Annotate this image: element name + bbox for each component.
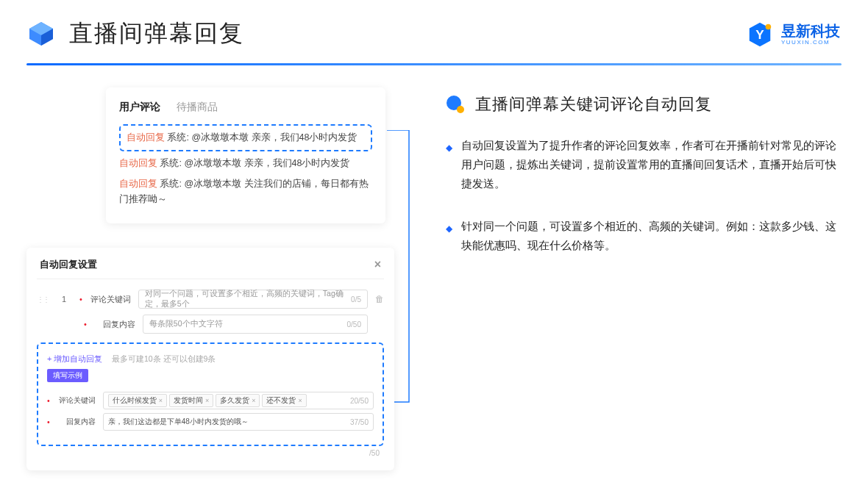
tab-pending-products[interactable]: 待播商品 [177,101,218,114]
ex-keyword-input[interactable]: 什么时候发货×发货时间×多久发货×还不发货× 20/50 [103,392,374,409]
content-count: 0/50 [347,320,361,329]
tag-remove-icon[interactable]: × [298,397,302,404]
example-box: + 增加自动回复 最多可建10条 还可以创建9条 填写示例 • 评论关键词 什么… [37,342,384,446]
tag-item[interactable]: 还不发货× [262,394,306,407]
auto-reply-tag: 自动回复 [127,132,165,143]
add-reply-link[interactable]: + 增加自动回复 [47,354,102,363]
row-index: 1 [56,295,72,304]
keyword-count: 0/5 [351,295,361,304]
svg-point-4 [766,24,772,30]
comment-row-highlighted: 自动回复 系统: @冰墩墩本墩 亲亲，我们48小时内发货 [119,124,372,151]
ex-content-label: 回复内容 [57,417,96,427]
delete-icon[interactable]: 🗑 [375,294,384,304]
page-title: 直播间弹幕回复 [69,18,244,50]
example-badge: 填写示例 [47,369,88,382]
auto-reply-tag: 自动回复 [119,179,157,189]
svg-text:Y: Y [755,28,764,42]
brand-url: YUUXIN.COM [781,40,840,46]
ex-content-count: 37/50 [350,418,369,426]
brand: Y 昱新科技 YUUXIN.COM [746,21,840,49]
comments-card: 用户评论 待播商品 自动回复 系统: @冰墩墩本墩 亲亲，我们48小时内发货 自… [106,87,385,223]
required-mark: • [79,295,82,304]
add-tip: 最多可建10条 还可以创建9条 [112,354,216,363]
tag-item[interactable]: 什么时候发货× [108,394,167,407]
content-input[interactable]: 每条限50个中文字符 0/50 [143,315,368,334]
auto-reply-tag: 自动回复 [119,158,157,168]
diamond-bullet-icon: ◆ [446,221,452,255]
paragraph-1: ◆ 自动回复设置为了提升作者的评论回复效率，作者可在开播前针对常见的评论用户问题… [446,136,842,193]
required-mark: • [47,396,50,405]
keyword-label: 评论关键词 [90,294,131,305]
outer-count: /50 [37,446,384,457]
section-title: 直播间弹幕关键词评论自动回复 [475,93,712,115]
required-mark: • [47,417,50,426]
chat-bubble-icon [446,95,465,114]
comment-row: 自动回复 系统: @冰墩墩本墩 关注我们的店铺，每日都有热门推荐呦～ [119,176,372,208]
brand-name: 昱新科技 [781,24,840,38]
comment-text: 系统: @冰墩墩本墩 亲亲，我们48小时内发货 [160,158,349,168]
settings-card: 自动回复设置 × ⋮⋮ 1 • 评论关键词 对同一个问题，可设置多个相近，高频的… [26,248,394,470]
tag-remove-icon[interactable]: × [205,397,209,404]
keyword-input[interactable]: 对同一个问题，可设置多个相近，高频的关键词，Tag确定，最多5个 0/5 [138,290,368,309]
paragraph-2: ◆ 针对同一个问题，可设置多个相近的、高频的关键词。例如：这款多少钱、这块能优惠… [446,217,842,255]
cube-icon [26,19,56,49]
ex-content-input[interactable]: 亲，我们这边都是下单48小时内发货的哦～ 37/50 [103,413,374,431]
tag-item[interactable]: 发货时间× [169,394,213,407]
svg-point-6 [457,106,464,113]
drag-handle-icon[interactable]: ⋮⋮ [37,295,49,304]
content-label: 回复内容 [94,319,135,330]
tag-list: 什么时候发货×发货时间×多久发货×还不发货× [108,394,309,407]
ex-keyword-label: 评论关键词 [57,395,96,406]
tag-remove-icon[interactable]: × [252,397,255,404]
comment-text: 系统: @冰墩墩本墩 亲亲，我们48小时内发货 [167,132,357,143]
tab-user-comments[interactable]: 用户评论 [119,101,160,114]
tag-item[interactable]: 多久发货× [216,394,260,407]
required-mark: • [84,320,87,329]
comment-row: 自动回复 系统: @冰墩墩本墩 亲亲，我们48小时内发货 [119,156,372,171]
settings-title: 自动回复设置 [40,258,97,271]
tag-remove-icon[interactable]: × [159,397,163,404]
close-icon[interactable]: × [374,258,381,271]
brand-icon: Y [746,21,774,49]
ex-keyword-count: 20/50 [350,397,369,405]
diamond-bullet-icon: ◆ [446,140,452,193]
